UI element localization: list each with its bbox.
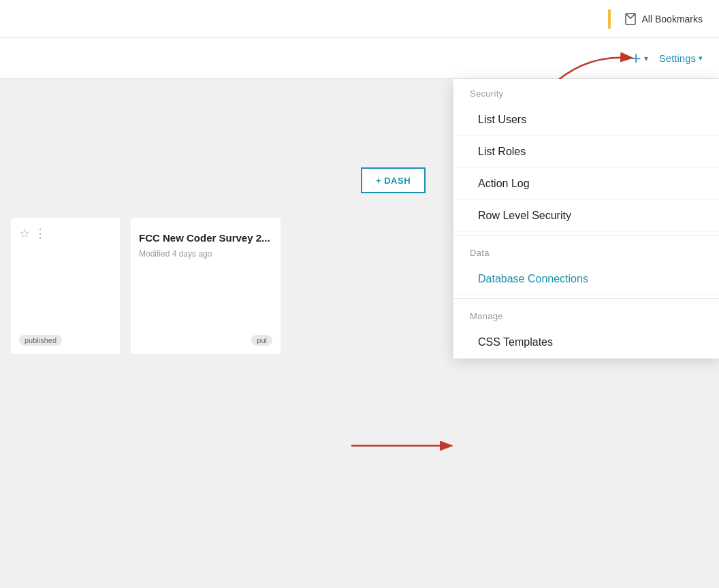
top-bar: All Bookmarks <box>0 0 719 38</box>
status-badge: published <box>19 335 62 346</box>
add-dashboard-label: + DASH <box>376 176 411 186</box>
menu-item-action-log[interactable]: Action Log <box>453 168 719 200</box>
add-dashboard-button[interactable]: + DASH <box>361 167 426 193</box>
menu-item-list-roles[interactable]: List Roles <box>453 136 719 168</box>
menu-item-database-connections[interactable]: Database Connections <box>453 263 719 295</box>
plus-caret-icon: ▾ <box>644 54 648 63</box>
card-item: ☆ ⋮ published <box>11 218 120 354</box>
menu-item-row-level-security[interactable]: Row Level Security <box>453 200 719 232</box>
card-item: FCC New Coder Survey 2... Modified 4 day… <box>131 218 281 354</box>
card-meta: Modified 4 days ago <box>139 249 272 259</box>
card-actions: ☆ ⋮ <box>19 226 46 241</box>
plus-icon: + <box>631 48 641 69</box>
settings-caret-icon: ▾ <box>699 54 703 63</box>
settings-dropdown-menu: Security List Users List Roles Action Lo… <box>453 79 719 359</box>
yellow-accent-bar <box>608 10 611 29</box>
security-section-header: Security <box>453 79 719 104</box>
bookmarks-label: All Bookmarks <box>642 14 703 24</box>
settings-label: Settings <box>659 52 696 64</box>
bookmarks-area[interactable]: All Bookmarks <box>624 13 703 25</box>
more-options-icon[interactable]: ⋮ <box>34 226 46 241</box>
bookmark-icon <box>624 13 637 25</box>
plus-dropdown-button[interactable]: + ▾ <box>631 48 648 69</box>
menu-item-css-templates[interactable]: CSS Templates <box>453 327 719 359</box>
star-icon[interactable]: ☆ <box>19 226 30 241</box>
menu-divider <box>453 298 719 299</box>
settings-button[interactable]: Settings ▾ <box>659 52 703 64</box>
manage-section-header: Manage <box>453 301 719 327</box>
card-title: FCC New Coder Survey 2... <box>139 231 272 245</box>
data-section-header: Data <box>453 238 719 263</box>
action-bar: + ▾ Settings ▾ <box>0 38 719 79</box>
status-badge: pul <box>251 335 272 346</box>
menu-item-list-users[interactable]: List Users <box>453 104 719 136</box>
menu-divider <box>453 235 719 235</box>
